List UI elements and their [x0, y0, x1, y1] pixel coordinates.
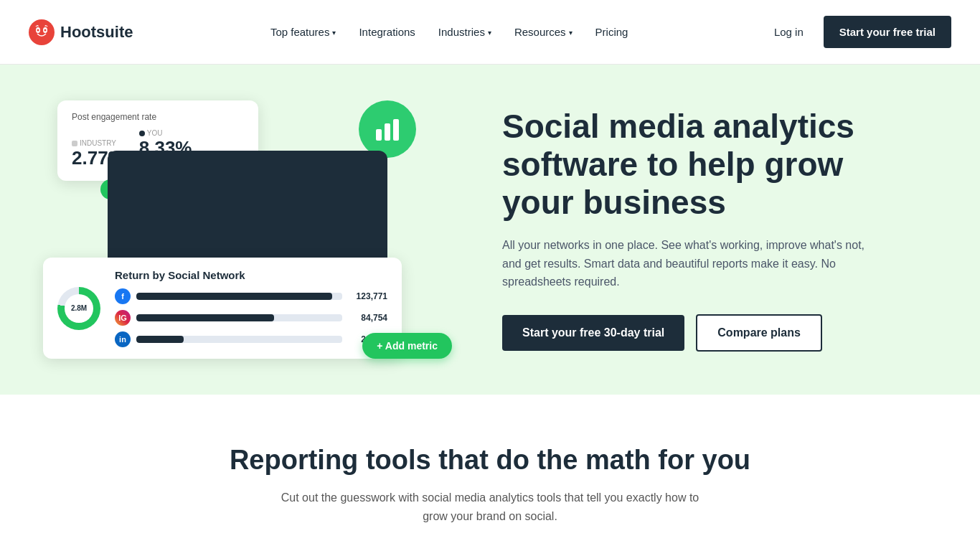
nav-industries[interactable]: Industries ▾: [430, 20, 500, 44]
facebook-icon: f: [115, 288, 131, 304]
linkedin-bar-fill: [136, 336, 184, 343]
instagram-icon: IG: [115, 310, 131, 326]
linkedin-icon: in: [115, 331, 131, 347]
instagram-bar-track: [136, 314, 342, 321]
chevron-down-icon: ▾: [569, 29, 573, 37]
svg-point-0: [29, 19, 55, 45]
you-dot: [139, 131, 145, 136]
navbar: Hootsuite Top features ▾ Integrations In…: [0, 0, 980, 65]
social-total: 2.8M: [57, 287, 100, 330]
reporting-subtext: Cut out the guesswork with social media …: [275, 489, 705, 525]
chevron-down-icon: ▾: [488, 29, 491, 37]
nav-actions: Log in Start your free trial: [765, 16, 951, 48]
chart-bubble: [359, 100, 416, 158]
linkedin-bar-row: in 28,778: [115, 331, 387, 347]
login-button[interactable]: Log in: [765, 20, 812, 44]
total-value: 2.8M: [71, 304, 87, 312]
hero-visual: Post engagement rate INDUSTRY 2.77% YOU …: [43, 93, 459, 366]
hootsuite-logo-icon: [29, 19, 55, 45]
start-trial-button[interactable]: Start your free trial: [824, 16, 951, 48]
social-bars: f 123,771 IG 84,754 in: [115, 288, 387, 347]
nav-pricing[interactable]: Pricing: [587, 20, 637, 44]
logo[interactable]: Hootsuite: [29, 19, 133, 45]
social-card-title: Return by Social Network: [115, 269, 387, 281]
hero-content: Social media analytics software to help …: [459, 108, 923, 351]
chevron-down-icon: ▾: [332, 29, 336, 37]
facebook-bar-row: f 123,771: [115, 288, 387, 304]
svg-rect-5: [376, 129, 382, 141]
industry-dot: [72, 141, 77, 146]
bar-chart-icon: [373, 115, 402, 143]
instagram-bar-fill: [136, 314, 274, 321]
hero-section: Post engagement rate INDUSTRY 2.77% YOU …: [0, 65, 980, 395]
add-metric-button[interactable]: + Add metric: [362, 333, 452, 359]
hero-ctas: Start your free 30-day trial Compare pla…: [502, 314, 923, 352]
facebook-value: 123,771: [348, 291, 387, 301]
svg-rect-6: [385, 123, 390, 141]
compare-plans-button[interactable]: Compare plans: [696, 314, 822, 352]
reporting-section: Reporting tools that do the math for you…: [0, 395, 980, 551]
hero-headline: Social media analytics software to help …: [502, 108, 923, 222]
hero-trial-button[interactable]: Start your free 30-day trial: [502, 315, 684, 351]
linkedin-bar-track: [136, 336, 342, 343]
facebook-bar-fill: [136, 293, 332, 300]
svg-point-4: [44, 29, 47, 31]
hero-subtext: All your networks in one place. See what…: [502, 236, 875, 291]
instagram-bar-row: IG 84,754: [115, 310, 387, 326]
facebook-bar-track: [136, 293, 342, 300]
instagram-value: 84,754: [348, 313, 387, 323]
svg-rect-7: [393, 119, 399, 141]
nav-resources[interactable]: Resources ▾: [506, 20, 581, 44]
nav-integrations[interactable]: Integrations: [350, 20, 423, 44]
logo-text: Hootsuite: [60, 23, 133, 42]
nav-top-features[interactable]: Top features ▾: [262, 20, 345, 44]
svg-point-3: [37, 29, 39, 31]
engagement-card-title: Post engagement rate: [72, 112, 244, 122]
nav-links: Top features ▾ Integrations Industries ▾…: [262, 20, 637, 44]
social-network-card: 2.8M Return by Social Network f 123,771 …: [43, 258, 402, 359]
total-donut: 2.8M: [57, 287, 100, 330]
reporting-title: Reporting tools that do the math for you: [29, 445, 951, 476]
